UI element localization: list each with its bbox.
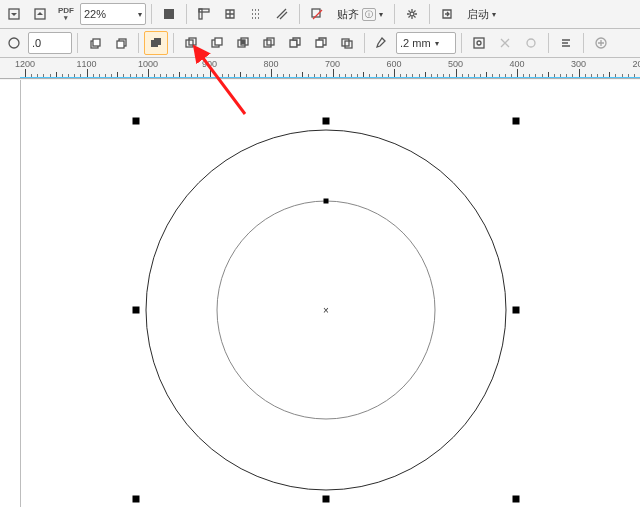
ruler-label: 400 [509, 59, 524, 69]
ruler-label: 700 [325, 59, 340, 69]
ruler-label: 300 [571, 59, 586, 69]
ruler-label: 600 [386, 59, 401, 69]
arrow-down-icon[interactable] [2, 2, 26, 26]
artwork [0, 80, 640, 507]
arrow-up-icon[interactable] [28, 2, 52, 26]
chevron-down-icon: ▾ [379, 10, 383, 19]
selection-handle[interactable] [324, 199, 329, 204]
guides-icon[interactable] [270, 2, 294, 26]
svg-point-27 [527, 39, 535, 47]
ellipse-tool-icon[interactable] [2, 31, 26, 55]
wrap-text-icon[interactable] [467, 31, 491, 55]
ruler-label: 1200 [15, 59, 35, 69]
launch-label: 启动 [467, 7, 489, 22]
align-icon[interactable] [554, 31, 578, 55]
ruler-label: 1100 [76, 59, 96, 69]
full-screen-icon[interactable] [157, 2, 181, 26]
snap-label: 贴齐 [337, 7, 359, 22]
separator [394, 4, 395, 24]
zoom-value: 22% [84, 8, 134, 20]
grid-icon[interactable] [218, 2, 242, 26]
weld-button[interactable] [144, 31, 168, 55]
svg-line-31 [200, 54, 245, 114]
chevron-down-icon: ▾ [492, 10, 496, 19]
svg-point-26 [477, 41, 481, 45]
ruler-label: 800 [263, 59, 278, 69]
zoom-combo[interactable]: 22% ▾ [80, 3, 146, 25]
separator [77, 33, 78, 53]
export-pdf-button[interactable]: PDF ▾ [54, 2, 78, 26]
ruler-label: 200 [632, 59, 640, 69]
selection-handle[interactable] [323, 118, 330, 125]
outline-pen-icon[interactable] [370, 31, 394, 55]
selection-handle[interactable] [133, 118, 140, 125]
toolbar-top: PDF ▾ 22% ▾ 贴齐 ⓘ ▾ 启动 ▾ [0, 0, 640, 29]
separator [583, 33, 584, 53]
svg-rect-25 [474, 38, 484, 48]
separator [138, 33, 139, 53]
selection-handle[interactable] [513, 496, 520, 503]
launch-dropdown[interactable]: 启动 ▾ [461, 2, 502, 26]
outline-width-combo[interactable]: .2 mm ▾ [396, 32, 456, 54]
svg-rect-2 [164, 9, 174, 19]
disabled-1-icon [493, 31, 517, 55]
separator [461, 33, 462, 53]
back-minus-front-icon[interactable] [309, 31, 333, 55]
separator [173, 33, 174, 53]
to-back-of-layer-icon[interactable] [109, 31, 133, 55]
rulers-icon[interactable] [192, 2, 216, 26]
svg-rect-4 [199, 9, 202, 19]
to-front-of-layer-icon[interactable] [83, 31, 107, 55]
selection-handle[interactable] [133, 496, 140, 503]
ruler-label: 1000 [138, 59, 158, 69]
separator [429, 4, 430, 24]
chevron-down-icon: ▾ [435, 39, 439, 48]
simplify-icon[interactable] [257, 31, 281, 55]
drawing-canvas[interactable]: × [0, 80, 640, 507]
property-bar: .0 .2 mm ▾ [0, 29, 640, 58]
chevron-down-icon: ▾ [138, 10, 142, 19]
selection-handle[interactable] [133, 307, 140, 314]
selection-handle[interactable] [513, 118, 520, 125]
separator [186, 4, 187, 24]
front-minus-back-icon[interactable] [283, 31, 307, 55]
selection-handle[interactable] [513, 307, 520, 314]
snap-dropdown[interactable]: 贴齐 ⓘ ▾ [331, 2, 389, 26]
coordinate-value: .0 [32, 37, 41, 49]
add-icon[interactable] [589, 31, 613, 55]
pdf-label: PDF [58, 7, 74, 14]
selection-handle[interactable] [323, 496, 330, 503]
svg-point-7 [9, 38, 19, 48]
annotation-arrow [180, 42, 250, 122]
snap-off-icon[interactable] [305, 2, 329, 26]
coordinate-input[interactable]: .0 [28, 32, 72, 54]
launch-icon[interactable] [435, 2, 459, 26]
separator [548, 33, 549, 53]
dotted-grid-icon[interactable] [244, 2, 268, 26]
options-gear-icon[interactable] [400, 2, 424, 26]
svg-rect-11 [117, 41, 124, 48]
svg-rect-13 [154, 38, 161, 45]
svg-rect-9 [93, 39, 100, 46]
info-badge: ⓘ [362, 8, 376, 21]
outline-width-value: .2 mm [400, 37, 431, 49]
separator [364, 33, 365, 53]
svg-point-6 [410, 12, 414, 16]
horizontal-ruler: 120011001000900800700600500400300200 [0, 58, 640, 82]
ruler-label: 500 [448, 59, 463, 69]
boundary-icon[interactable] [335, 31, 359, 55]
separator [151, 4, 152, 24]
disabled-2-icon [519, 31, 543, 55]
separator [299, 4, 300, 24]
selection-center-icon: × [323, 305, 329, 316]
